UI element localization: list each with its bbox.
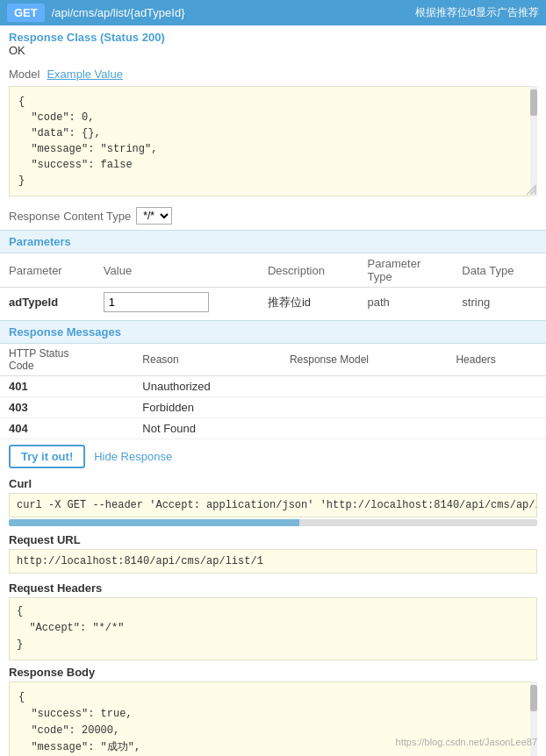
request-url-box: http://localhost:8140/api/cms/ap/list/1 xyxy=(9,549,537,574)
response-class-value: OK xyxy=(9,44,537,57)
request-headers-label: Request Headers xyxy=(9,581,537,595)
reason-401: Unauthorized xyxy=(133,376,281,397)
code-line-4: "message": "string", xyxy=(18,141,522,157)
status-code-404: 404 xyxy=(0,418,133,439)
response-model-401 xyxy=(281,376,448,397)
model-label: Model xyxy=(9,68,40,81)
col-headers: Headers xyxy=(447,344,546,376)
api-description: 根据推荐位id显示广告推荐 xyxy=(415,5,539,20)
response-body-section: Response Body { "success": true, "code":… xyxy=(0,662,546,756)
col-description: Description xyxy=(259,253,359,288)
headers-line-1: { xyxy=(17,603,529,620)
param-name: adTypeId xyxy=(0,288,95,317)
reason-404: Not Found xyxy=(133,418,281,439)
parameters-table: Parameter Value Description ParameterTyp… xyxy=(0,253,546,317)
param-description: 推荐位id xyxy=(259,288,359,317)
response-msg-row-401: 401 Unauthorized xyxy=(0,376,546,397)
headers-404 xyxy=(447,418,546,439)
headers-line-2: "Accept": "*/*" xyxy=(17,620,529,637)
reason-403: Forbidden xyxy=(133,397,281,418)
model-row: Model Example Value xyxy=(0,66,546,82)
param-value-input[interactable] xyxy=(104,292,209,312)
response-content-label: Response Content Type xyxy=(9,210,131,223)
try-it-out-button[interactable]: Try it out! xyxy=(9,445,85,468)
rb-line-3: "code": 20000, xyxy=(18,723,522,739)
status-code-403: 403 xyxy=(0,397,133,418)
response-messages-header: Response Messages xyxy=(0,320,546,344)
scrollbar-thumb[interactable] xyxy=(530,89,537,116)
top-bar: GET /api/cms/ap/list/{adTypeId} 根据推荐位id显… xyxy=(0,0,546,25)
col-parameter-type: ParameterType xyxy=(359,253,454,288)
request-headers-box: { "Accept": "*/*" } xyxy=(9,597,537,660)
col-data-type: Data Type xyxy=(453,253,546,288)
rb-scrollbar-track[interactable] xyxy=(530,681,537,756)
request-url-label: Request URL xyxy=(9,533,537,546)
api-url: /api/cms/ap/list/{adTypeId} xyxy=(52,6,408,19)
response-body-box: { "success": true, "code": 20000, "messa… xyxy=(9,681,537,756)
col-parameter: Parameter xyxy=(0,253,95,288)
col-response-model: Response Model xyxy=(281,344,448,376)
rb-line-4: "message": "成功", xyxy=(18,739,522,756)
code-line-3: "data": {}, xyxy=(18,125,522,141)
hide-response-link[interactable]: Hide Response xyxy=(94,450,172,463)
code-line-5: "success": false xyxy=(18,157,522,173)
response-content-type-row: Response Content Type */* xyxy=(0,202,546,230)
curl-value: curl -X GET --header 'Accept: applicatio… xyxy=(17,499,537,511)
http-method-badge: GET xyxy=(7,4,45,22)
headers-403 xyxy=(447,397,546,418)
response-msg-row-403: 403 Forbidden xyxy=(0,397,546,418)
rb-line-1: { xyxy=(18,689,522,706)
response-model-403 xyxy=(281,397,448,418)
param-value-cell[interactable] xyxy=(95,288,259,317)
col-reason: Reason xyxy=(133,344,281,376)
resize-handle[interactable] xyxy=(525,184,537,196)
content-type-select[interactable]: */* xyxy=(136,207,172,225)
curl-section: Curl curl -X GET --header 'Accept: appli… xyxy=(0,474,546,528)
code-line-6: } xyxy=(18,173,522,189)
param-row: adTypeId 推荐位id path string xyxy=(0,288,546,317)
response-model-404 xyxy=(281,418,448,439)
response-class-section: Response Class (Status 200) OK xyxy=(0,25,546,62)
response-msg-row-404: 404 Not Found xyxy=(0,418,546,439)
response-body-label: Response Body xyxy=(9,666,537,679)
rb-scrollbar-thumb[interactable] xyxy=(530,685,537,711)
request-url-section: Request URL http://localhost:8140/api/cm… xyxy=(0,528,546,578)
response-messages-table: HTTP StatusCode Reason Response Model He… xyxy=(0,344,546,439)
curl-label: Curl xyxy=(9,477,537,490)
example-value-link[interactable]: Example Value xyxy=(47,68,122,81)
param-data-type: string xyxy=(453,288,546,317)
col-value: Value xyxy=(95,253,259,288)
curl-box: curl -X GET --header 'Accept: applicatio… xyxy=(9,493,537,517)
parameters-header: Parameters xyxy=(0,230,546,253)
request-headers-section: Request Headers { "Accept": "*/*" } xyxy=(0,578,546,662)
scrollbar-track[interactable] xyxy=(530,86,537,196)
headers-401 xyxy=(447,376,546,397)
code-line-1: { xyxy=(18,94,522,110)
code-line-2: "code": 0, xyxy=(18,110,522,125)
rb-line-2: "success": true, xyxy=(18,706,522,723)
response-class-label: Response Class (Status 200) xyxy=(9,31,537,44)
button-row: Try it out! Hide Response xyxy=(0,439,546,474)
curl-scrollbar[interactable] xyxy=(9,519,537,526)
col-http-status: HTTP StatusCode xyxy=(0,344,133,376)
code-example-box: { "code": 0, "data": {}, "message": "str… xyxy=(9,86,537,196)
headers-line-3: } xyxy=(17,637,529,653)
param-type: path xyxy=(359,288,454,317)
status-code-401: 401 xyxy=(0,376,133,397)
